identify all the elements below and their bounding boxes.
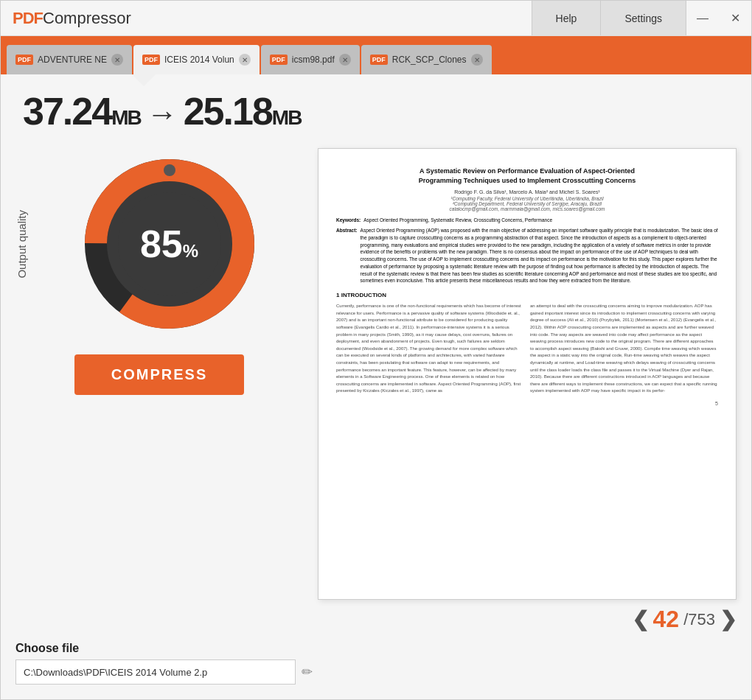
main-content: 37.24MB → 25.18MB Output quality xyxy=(1,74,751,699)
left-panel: Output quality xyxy=(15,148,303,633)
file-input[interactable] xyxy=(15,659,296,685)
bottom-section: Choose file ✏ xyxy=(15,633,737,685)
page-separator-total: /753 xyxy=(683,610,715,629)
tab-close[interactable]: ✕ xyxy=(111,54,123,66)
next-page-button[interactable]: ❯ xyxy=(720,607,737,631)
pdf-section1-title: 1 INTRODUCTION xyxy=(336,292,718,298)
size-before: 37.24MB xyxy=(23,89,141,133)
pdf-col2: an attempt to deal with the crosscutting… xyxy=(530,303,718,395)
choose-file-label: Choose file xyxy=(15,642,737,655)
compress-button[interactable]: COMPRESS xyxy=(74,354,244,395)
tab-close[interactable]: ✕ xyxy=(471,54,483,66)
current-page: 42 xyxy=(653,606,680,633)
edit-icon[interactable]: ✏ xyxy=(302,664,313,680)
quality-percent-symbol: % xyxy=(183,241,198,261)
tabs-bar: PDF ADVENTURE NE ✕ PDF ICEIS 2014 Volun … xyxy=(1,36,751,74)
title-nav: Help Settings xyxy=(532,1,686,35)
title-bar: PDFCompressor Help Settings — ✕ xyxy=(1,1,751,36)
app-window: PDFCompressor Help Settings — ✕ PDF ADVE… xyxy=(0,0,752,700)
svg-point-3 xyxy=(164,164,175,176)
pdf-icon: PDF xyxy=(15,55,33,65)
tab-label: RCK_SCP_Clones xyxy=(392,55,467,65)
right-panel: A Systematic Review on Performance Evalu… xyxy=(318,148,737,633)
minimize-button[interactable]: — xyxy=(686,1,719,35)
donut-chart[interactable]: 85% xyxy=(74,148,265,340)
close-button[interactable]: ✕ xyxy=(719,1,751,35)
pdf-two-col: Currently, performance is one of the non… xyxy=(336,303,718,395)
pdf-title: A Systematic Review on Performance Evalu… xyxy=(336,167,718,185)
pdf-page-num: 5 xyxy=(336,401,718,406)
quality-label: Output quality xyxy=(15,210,28,279)
pdf-icon: PDF xyxy=(270,55,288,65)
active-tab-arrow xyxy=(132,74,156,86)
pdf-col1: Currently, performance is one of the non… xyxy=(336,303,524,395)
prev-page-button[interactable]: ❮ xyxy=(632,607,649,631)
pdf-preview: A Systematic Review on Performance Evalu… xyxy=(318,148,737,600)
donut-wrapper: 85% xyxy=(35,148,303,340)
pdf-icon: PDF xyxy=(370,55,388,65)
tab-adventure[interactable]: PDF ADVENTURE NE ✕ xyxy=(7,45,132,74)
size-after: 25.18MB xyxy=(184,89,302,133)
pdf-icon: PDF xyxy=(142,55,160,65)
donut-center: 85% xyxy=(140,225,198,263)
pdf-abstract: Abstract: Aspect Oriented Programming (A… xyxy=(336,227,718,284)
window-controls: — ✕ xyxy=(686,1,751,35)
pdf-affiliations: ¹Computing Faculty, Federal University o… xyxy=(336,196,718,211)
tab-rck[interactable]: PDF RCK_SCP_Clones ✕ xyxy=(361,45,492,74)
logo-compressor: Compressor xyxy=(43,9,131,28)
tab-label: ICEIS 2014 Volun xyxy=(164,55,234,65)
app-logo: PDFCompressor xyxy=(1,9,532,28)
logo-pdf: PDF xyxy=(13,9,43,28)
file-input-row: ✏ xyxy=(15,659,737,685)
tab-label: ADVENTURE NE xyxy=(38,55,107,65)
tab-icsm[interactable]: PDF icsm98.pdf ✕ xyxy=(261,45,360,74)
tab-close[interactable]: ✕ xyxy=(339,54,351,66)
quality-container: Output quality xyxy=(15,148,303,340)
tab-close[interactable]: ✕ xyxy=(239,54,251,66)
settings-button[interactable]: Settings xyxy=(600,1,686,35)
quality-percent-value: 85 xyxy=(140,223,183,265)
size-display: 37.24MB → 25.18MB xyxy=(15,89,737,133)
help-button[interactable]: Help xyxy=(532,1,601,35)
content-row: Output quality xyxy=(15,148,737,633)
pdf-keywords: Keywords: Aspect Oriented Programming, S… xyxy=(336,217,718,223)
page-navigation: ❮ 42 /753 ❯ xyxy=(318,606,737,633)
pdf-authors: Rodrigo F. G. da Silva¹, Marcelo A. Maia… xyxy=(336,189,718,195)
tab-label: icsm98.pdf xyxy=(292,55,335,65)
tab-iceis[interactable]: PDF ICEIS 2014 Volun ✕ xyxy=(133,45,260,74)
arrow-right: → xyxy=(147,97,178,132)
